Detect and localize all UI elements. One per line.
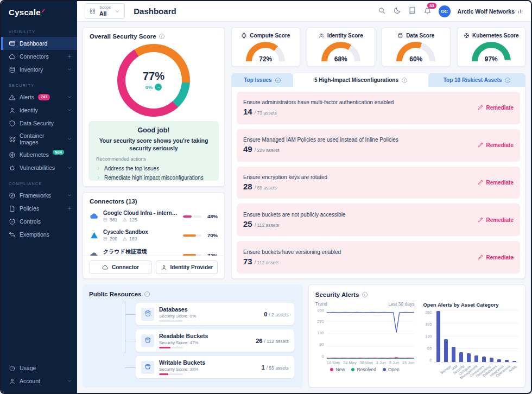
chevron-right-icon [96,175,101,180]
recommended-action-address-the-top-issues[interactable]: Address the top issues [96,164,211,173]
resource-count: 1 / 55 assets [261,364,288,371]
card-title: Public Resources [89,291,142,297]
sidebar-item-data-security[interactable]: Data Security [1,117,77,130]
remediate-button[interactable]: Remediate [477,255,514,260]
remediate-button[interactable]: Remediate [477,105,514,111]
gencloud-icon [90,251,99,256]
connector-name: Cyscale Sandbox [103,229,179,235]
tab-top-issues[interactable]: Top Issues [231,73,293,87]
bar-operations[interactable] [505,360,509,362]
bars-x-axis: StorageIAMSecurityComputeManagementConta… [446,363,518,379]
recommended-action-remediate-high-impact-misconfigurations[interactable]: Remediate high impact misconfigurations [96,173,211,181]
connector-row[interactable]: クラウド検証環境 415 27 72% [90,245,218,256]
notifications-bell-icon[interactable]: 83 [423,7,432,16]
add-connector-button[interactable]: Connector [90,260,151,274]
y-tick: 270 [315,320,324,324]
bar-ai-ml[interactable] [512,361,516,362]
info-icon[interactable] [159,34,164,39]
resources-icon [103,218,107,222]
bar-management[interactable] [467,353,471,362]
bar-containers[interactable] [474,355,478,362]
doc-icon [9,205,16,212]
connector-name: Google Cloud Infra - internal use [103,210,179,216]
sidebar-item-exemptions[interactable]: Exemptions [1,228,77,241]
bar-compute[interactable] [459,352,463,362]
tab-top-10-riskiest-assets[interactable]: Top 10 Riskiest Assets [428,73,525,87]
score-card-identity-score: Identity Score 68% [307,27,376,67]
action-label: Address the top issues [104,166,159,171]
connector-row[interactable]: Google Cloud Infra - internal use 361 12… [90,207,218,226]
score-card-kubernetes-score: Kubernetes Score 97% [457,27,526,67]
legend-item-open[interactable]: Open [383,367,400,372]
recommended-actions-label: Recommended actions [96,156,211,162]
button-label: Connector [112,264,139,270]
docs-book-icon[interactable] [408,7,416,16]
resource-row-readable-buckets[interactable]: Readable Buckets Security Score: 47% 26 … [136,329,294,352]
theme-moon-icon[interactable] [393,7,401,16]
bar-databases[interactable] [490,358,493,362]
sidebar-item-label: Alerts [20,94,34,100]
sidebar-item-dashboard[interactable]: Dashboard [1,37,77,50]
sidebar-item-controls[interactable]: Controls [1,215,77,228]
info-icon[interactable] [362,292,368,297]
sidebar-item-label: Controls [20,218,41,225]
sidebar-item-policies[interactable]: Policies [1,202,77,215]
remediate-button[interactable]: Remediate [477,180,514,186]
sidebar-item-inventory[interactable]: Inventory [1,63,77,76]
bar-chart-block: Open Alerts by Asset Category 2601951306… [423,301,518,379]
search-icon[interactable] [378,7,386,16]
sidebar-item-identity[interactable]: Identity [1,104,77,117]
resource-row-databases[interactable]: Databases Security Score: 0% 0 / 2 asset… [136,303,294,325]
resource-count: 26 / 112 assets [256,338,289,344]
info-icon[interactable] [144,291,150,297]
recommended-actions-list: Address the top issuesRemediate high imp… [96,164,211,181]
misconfiguration-main: Ensure administrators have multi-factor … [243,99,394,116]
sidebar-item-label: Policies [20,205,39,212]
chevron-down-icon [115,9,120,14]
resource-icon-wrap [141,334,154,347]
bar-networking[interactable] [482,357,486,362]
scope-selector[interactable]: Scope All [85,3,125,19]
legend-item-new[interactable]: New [330,367,345,372]
sidebar-item-account[interactable]: Account [1,374,77,387]
cloud-icon [9,53,16,60]
bar-iam[interactable] [444,339,448,362]
connector-row[interactable]: Cyscale Sandbox 290 169 70% [90,226,218,245]
score-cards-row: Compute Score 72% Identity Score 68% Dat… [231,27,525,67]
right-column: Compute Score 72% Identity Score 68% Dat… [231,27,525,279]
sidebar-item-container-images[interactable]: Container Images [1,130,77,148]
y-tick: 260 [423,310,432,315]
scope-value: All [99,10,111,17]
shield-check-icon [9,218,16,225]
main-area: Scope All Dashboard 83 OC Arctic Wolf Ne… [77,1,531,393]
bug-icon [9,164,16,171]
legend-item-resolved[interactable]: Resolved [351,367,376,372]
alerts-body: Trend Last 30 days 360270180900 18 May24… [315,301,518,379]
sidebar-item-usage[interactable]: Usage [1,361,77,374]
chevron-down-icon [115,9,120,14]
chart-legend: NewResolvedOpen [315,367,415,372]
misconfigurations-panel: Ensure administrators have multi-factor … [231,87,525,279]
avatar[interactable]: OC [439,5,451,17]
sidebar-item-alerts[interactable]: Alerts747 [1,91,77,104]
bar-integration[interactable] [497,359,501,363]
new-badge: New [53,150,64,155]
sidebar-item-vulnerabilities[interactable]: Vulnerabilities [1,161,77,174]
sidebar-item-frameworks[interactable]: Frameworks [1,189,77,202]
org-switcher[interactable]: Arctic Wolf Networks [458,8,523,15]
sidebar-item-connectors[interactable]: Connectors [1,50,77,63]
sidebar-item-kubernetes[interactable]: KubernetesNew [1,148,77,161]
tab-5-high-impact-misconfigurations[interactable]: 5 High-Impact Misconfigurations [293,73,428,87]
scope-grid-icon [90,8,96,14]
remediate-button[interactable]: Remediate [477,142,514,148]
wrench-icon [477,180,483,186]
y-tick: 0 [423,358,432,363]
resource-row-writable-buckets[interactable]: Writable Buckets Security Score: 38% 1 /… [136,356,294,378]
asset-total: / 69 assets [255,185,277,190]
resource-score-label: Security Score: 38% [159,367,205,372]
add-identity-provider-button[interactable]: Identity Provider [156,260,218,274]
app-logo[interactable]: Cyscale✓ [1,1,77,22]
bar-storage[interactable] [436,311,440,362]
remediate-button[interactable]: Remediate [477,217,514,223]
bar-security[interactable] [452,347,455,363]
